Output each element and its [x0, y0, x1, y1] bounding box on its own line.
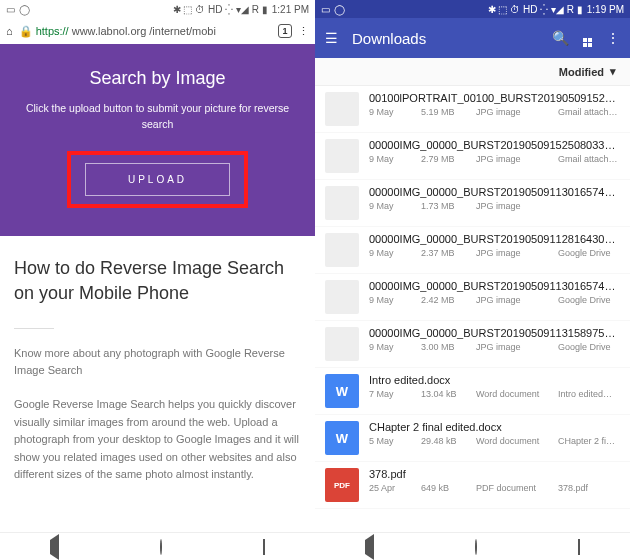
image-thumbnail — [325, 280, 359, 314]
overflow-icon[interactable]: ⋮ — [606, 30, 620, 46]
lock-icon: 🔒 — [19, 25, 33, 38]
status-bar: ▭◯ ✱ ⬚ ⏱ HD ⁛ ▾◢ R ▮1:19 PM — [315, 0, 630, 18]
file-row[interactable]: 00000IMG_00000_BURST20190509113016574_C…… — [315, 180, 630, 227]
file-date: 9 May — [369, 154, 421, 164]
status-notification-icon: ▭ — [321, 4, 330, 15]
hero-title: Search by Image — [14, 68, 301, 89]
article-heading: How to do Reverse Image Search on your M… — [14, 256, 301, 306]
status-time: 1:19 PM — [587, 4, 624, 15]
file-size: 13.04 kB — [421, 389, 476, 399]
file-type: JPG image — [476, 342, 558, 352]
file-name: Intro edited.docx — [369, 374, 620, 386]
file-date: 9 May — [369, 295, 421, 305]
file-type: JPG image — [476, 154, 558, 164]
chrome-toolbar: ⌂ 🔒 https://www.labnol.org/internet/mobi… — [0, 18, 315, 44]
recents-button[interactable] — [263, 540, 265, 554]
word-icon: W — [325, 421, 359, 455]
file-row[interactable]: 00000IMG_00000_BURST20190509112816430_C…… — [315, 227, 630, 274]
file-list: 00100lPORTRAIT_00100_BURST20190509152241… — [315, 86, 630, 532]
file-row[interactable]: 00000IMG_00000_BURST20190509113016574_C…… — [315, 274, 630, 321]
status-indicators: ✱ ⬚ ⏱ HD ⁛ ▾◢ R ▮ — [173, 4, 268, 15]
app-title: Downloads — [352, 30, 538, 47]
tab-switcher[interactable]: 1 — [278, 24, 292, 38]
word-icon: W — [325, 374, 359, 408]
file-size: 5.19 MB — [421, 107, 476, 117]
file-date: 5 May — [369, 436, 421, 446]
file-source: Google Drive — [558, 342, 620, 352]
url-path: /internet/mobi — [149, 25, 216, 37]
file-date: 7 May — [369, 389, 421, 399]
file-name: 00000IMG_00000_BURST20190509113016574_C… — [369, 280, 620, 292]
file-row[interactable]: WIntro edited.docx7 May13.04 kBWord docu… — [315, 368, 630, 415]
file-size: 2.79 MB — [421, 154, 476, 164]
file-date: 9 May — [369, 342, 421, 352]
file-type: Word document — [476, 436, 558, 446]
app-bar: ☰ Downloads 🔍 ⋮ — [315, 18, 630, 58]
status-notification-icon: ▭ — [6, 4, 15, 15]
file-source: Gmail attach… — [558, 107, 620, 117]
hero-section: Search by Image Click the upload button … — [0, 44, 315, 236]
search-icon[interactable]: 🔍 — [552, 30, 569, 46]
recents-button[interactable] — [578, 540, 580, 554]
file-source: Google Drive — [558, 295, 620, 305]
article-intro: Know more about any photograph with Goog… — [14, 345, 301, 380]
file-source: Intro edited… — [558, 389, 620, 399]
chevron-down-icon: ▾ — [610, 65, 616, 78]
file-source: 378.pdf — [558, 483, 620, 493]
file-row[interactable]: 00000IMG_00000_BURST20190509152508033_C…… — [315, 133, 630, 180]
back-button[interactable] — [365, 540, 374, 554]
upload-highlight: UPLOAD — [67, 151, 248, 208]
status-icon: ◯ — [334, 4, 345, 15]
file-name: CHapter 2 final edited.docx — [369, 421, 620, 433]
home-button[interactable] — [160, 540, 162, 554]
file-type: JPG image — [476, 201, 558, 211]
sort-label: Modified — [559, 66, 604, 78]
file-size: 1.73 MB — [421, 201, 476, 211]
file-date: 9 May — [369, 248, 421, 258]
file-date: 25 Apr — [369, 483, 421, 493]
file-source: CHapter 2 fin… — [558, 436, 620, 446]
home-button[interactable] — [475, 540, 477, 554]
home-icon[interactable]: ⌂ — [6, 25, 13, 37]
sort-bar[interactable]: Modified ▾ — [315, 58, 630, 86]
status-time: 1:21 PM — [272, 4, 309, 15]
file-size: 3.00 MB — [421, 342, 476, 352]
file-type: Word document — [476, 389, 558, 399]
file-size: 649 kB — [421, 483, 476, 493]
upload-button[interactable]: UPLOAD — [85, 163, 230, 196]
image-thumbnail — [325, 233, 359, 267]
pdf-icon: PDF — [325, 468, 359, 502]
file-source: Gmail attach… — [558, 154, 620, 164]
android-nav-bar — [0, 532, 315, 560]
file-size: 29.48 kB — [421, 436, 476, 446]
view-grid-icon[interactable] — [583, 29, 592, 47]
file-name: 378.pdf — [369, 468, 620, 480]
file-size: 2.37 MB — [421, 248, 476, 258]
file-row[interactable]: 00100lPORTRAIT_00100_BURST20190509152241… — [315, 86, 630, 133]
menu-icon[interactable]: ⋮ — [298, 25, 309, 38]
image-thumbnail — [325, 92, 359, 126]
file-source: Google Drive — [558, 248, 620, 258]
file-name: 00000IMG_00000_BURST20190509152508033_C… — [369, 139, 620, 151]
file-name: 00100lPORTRAIT_00100_BURST20190509152241… — [369, 92, 620, 104]
file-size: 2.42 MB — [421, 295, 476, 305]
file-row[interactable]: PDF378.pdf25 Apr649 kBPDF document378.pd… — [315, 462, 630, 509]
image-thumbnail — [325, 186, 359, 220]
file-source — [558, 201, 620, 211]
back-button[interactable] — [50, 540, 59, 554]
file-date: 9 May — [369, 201, 421, 211]
image-thumbnail — [325, 139, 359, 173]
file-name: 00000IMG_00000_BURST20190509113158975_C… — [369, 327, 620, 339]
file-row[interactable]: WCHapter 2 final edited.docx5 May29.48 k… — [315, 415, 630, 462]
article-paragraph: Google Reverse Image Search helps you qu… — [14, 396, 301, 484]
file-type: PDF document — [476, 483, 558, 493]
hero-subtitle: Click the upload button to submit your p… — [14, 101, 301, 133]
menu-icon[interactable]: ☰ — [325, 30, 338, 46]
address-bar[interactable]: 🔒 https://www.labnol.org/internet/mobi — [19, 25, 272, 38]
android-nav-bar — [315, 532, 630, 560]
file-row[interactable]: 00000IMG_00000_BURST20190509113158975_C…… — [315, 321, 630, 368]
image-thumbnail — [325, 327, 359, 361]
status-icon: ◯ — [19, 4, 30, 15]
file-name: 00000IMG_00000_BURST20190509112816430_C… — [369, 233, 620, 245]
file-type: JPG image — [476, 107, 558, 117]
